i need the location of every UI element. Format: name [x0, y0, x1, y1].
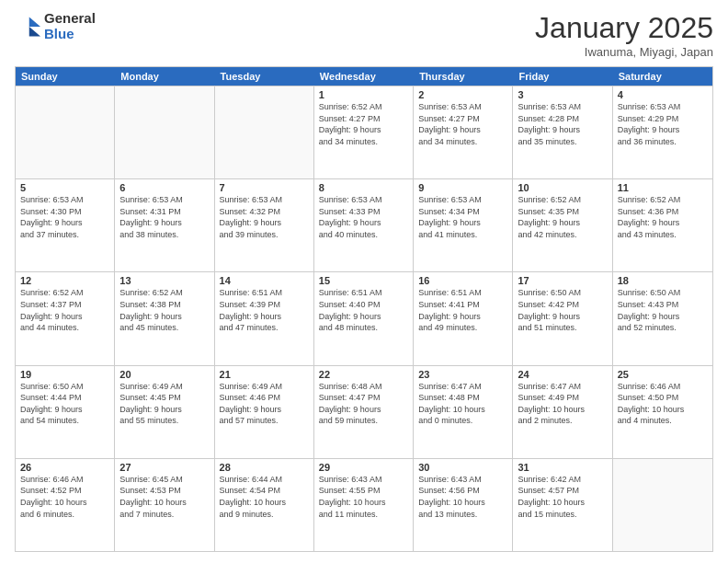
day-number: 26: [20, 462, 109, 473]
day-info: Sunrise: 6:51 AM Sunset: 4:41 PM Dayligh…: [418, 287, 507, 333]
day-number: 9: [418, 182, 507, 193]
calendar-body: 1Sunrise: 6:52 AM Sunset: 4:27 PM Daylig…: [16, 86, 712, 551]
svg-marker-0: [29, 17, 40, 27]
day-info: Sunrise: 6:46 AM Sunset: 4:50 PM Dayligh…: [618, 381, 708, 427]
header: General Blue January 2025 Iwanuma, Miyag…: [15, 11, 713, 59]
day-number: 16: [418, 275, 507, 286]
day-info: Sunrise: 6:53 AM Sunset: 4:27 PM Dayligh…: [418, 101, 507, 147]
day-number: 21: [220, 369, 309, 380]
day-info: Sunrise: 6:43 AM Sunset: 4:55 PM Dayligh…: [319, 474, 408, 520]
logo-general: General: [44, 11, 96, 27]
day-number: 18: [618, 275, 708, 286]
calendar-cell: 19Sunrise: 6:50 AM Sunset: 4:44 PM Dayli…: [16, 366, 115, 458]
day-info: Sunrise: 6:43 AM Sunset: 4:56 PM Dayligh…: [418, 474, 507, 520]
day-number: 13: [119, 275, 209, 286]
calendar-cell: 17Sunrise: 6:50 AM Sunset: 4:42 PM Dayli…: [513, 272, 612, 364]
day-info: Sunrise: 6:50 AM Sunset: 4:43 PM Dayligh…: [618, 287, 708, 333]
calendar-cell: 8Sunrise: 6:53 AM Sunset: 4:33 PM Daylig…: [314, 179, 414, 271]
day-info: Sunrise: 6:50 AM Sunset: 4:44 PM Dayligh…: [20, 381, 109, 427]
calendar-cell: 21Sunrise: 6:49 AM Sunset: 4:46 PM Dayli…: [215, 366, 314, 458]
calendar-cell: 14Sunrise: 6:51 AM Sunset: 4:39 PM Dayli…: [215, 272, 314, 364]
day-number: 23: [418, 369, 507, 380]
calendar-cell: 4Sunrise: 6:53 AM Sunset: 4:29 PM Daylig…: [613, 86, 712, 178]
calendar-cell: 24Sunrise: 6:47 AM Sunset: 4:49 PM Dayli…: [513, 366, 612, 458]
calendar-cell: 15Sunrise: 6:51 AM Sunset: 4:40 PM Dayli…: [314, 272, 414, 364]
day-number: 12: [20, 275, 109, 286]
calendar-cell: 12Sunrise: 6:52 AM Sunset: 4:37 PM Dayli…: [16, 272, 115, 364]
day-info: Sunrise: 6:53 AM Sunset: 4:34 PM Dayligh…: [418, 194, 507, 240]
calendar-cell: 2Sunrise: 6:53 AM Sunset: 4:27 PM Daylig…: [414, 86, 513, 178]
day-info: Sunrise: 6:48 AM Sunset: 4:47 PM Dayligh…: [319, 381, 408, 427]
day-number: 5: [20, 182, 109, 193]
day-info: Sunrise: 6:53 AM Sunset: 4:33 PM Dayligh…: [319, 194, 408, 240]
calendar-cell: 5Sunrise: 6:53 AM Sunset: 4:30 PM Daylig…: [16, 179, 115, 271]
day-number: 20: [119, 369, 209, 380]
calendar-row-0: 1Sunrise: 6:52 AM Sunset: 4:27 PM Daylig…: [16, 86, 712, 178]
title-block: January 2025 Iwanuma, Miyagi, Japan: [535, 11, 713, 59]
calendar-cell: 7Sunrise: 6:53 AM Sunset: 4:32 PM Daylig…: [215, 179, 314, 271]
calendar-cell: 25Sunrise: 6:46 AM Sunset: 4:50 PM Dayli…: [613, 366, 712, 458]
calendar: SundayMondayTuesdayWednesdayThursdayFrid…: [15, 66, 713, 552]
calendar-cell: 1Sunrise: 6:52 AM Sunset: 4:27 PM Daylig…: [314, 86, 414, 178]
day-info: Sunrise: 6:52 AM Sunset: 4:38 PM Dayligh…: [119, 287, 209, 333]
day-number: 30: [418, 462, 507, 473]
day-info: Sunrise: 6:53 AM Sunset: 4:31 PM Dayligh…: [119, 194, 209, 240]
day-info: Sunrise: 6:51 AM Sunset: 4:40 PM Dayligh…: [319, 287, 408, 333]
calendar-header: SundayMondayTuesdayWednesdayThursdayFrid…: [16, 67, 712, 86]
day-number: 6: [119, 182, 209, 193]
day-info: Sunrise: 6:42 AM Sunset: 4:57 PM Dayligh…: [518, 474, 607, 520]
calendar-cell: [215, 86, 314, 178]
day-info: Sunrise: 6:53 AM Sunset: 4:28 PM Dayligh…: [518, 101, 607, 147]
calendar-cell: 16Sunrise: 6:51 AM Sunset: 4:41 PM Dayli…: [414, 272, 513, 364]
day-number: 22: [319, 369, 408, 380]
day-number: 11: [618, 182, 708, 193]
day-number: 3: [518, 89, 607, 100]
header-day-thursday: Thursday: [414, 67, 513, 86]
day-number: 4: [618, 89, 708, 100]
calendar-row-1: 5Sunrise: 6:53 AM Sunset: 4:30 PM Daylig…: [16, 178, 712, 271]
calendar-cell: 27Sunrise: 6:45 AM Sunset: 4:53 PM Dayli…: [115, 459, 214, 551]
calendar-row-2: 12Sunrise: 6:52 AM Sunset: 4:37 PM Dayli…: [16, 271, 712, 364]
day-number: 15: [319, 275, 408, 286]
day-info: Sunrise: 6:47 AM Sunset: 4:49 PM Dayligh…: [518, 381, 607, 427]
day-info: Sunrise: 6:53 AM Sunset: 4:30 PM Dayligh…: [20, 194, 109, 240]
calendar-cell: 26Sunrise: 6:46 AM Sunset: 4:52 PM Dayli…: [16, 459, 115, 551]
calendar-cell: 3Sunrise: 6:53 AM Sunset: 4:28 PM Daylig…: [513, 86, 612, 178]
day-number: 27: [119, 462, 209, 473]
page: General Blue January 2025 Iwanuma, Miyag…: [0, 0, 728, 563]
logo-blue: Blue: [44, 27, 96, 42]
calendar-cell: 23Sunrise: 6:47 AM Sunset: 4:48 PM Dayli…: [414, 366, 513, 458]
day-info: Sunrise: 6:53 AM Sunset: 4:32 PM Dayligh…: [220, 194, 309, 240]
calendar-cell: 18Sunrise: 6:50 AM Sunset: 4:43 PM Dayli…: [613, 272, 712, 364]
day-number: 25: [618, 369, 708, 380]
day-info: Sunrise: 6:50 AM Sunset: 4:42 PM Dayligh…: [518, 287, 607, 333]
svg-marker-1: [29, 27, 40, 37]
calendar-cell: 22Sunrise: 6:48 AM Sunset: 4:47 PM Dayli…: [314, 366, 414, 458]
day-number: 17: [518, 275, 607, 286]
day-number: 28: [220, 462, 309, 473]
header-day-monday: Monday: [115, 67, 214, 86]
day-number: 1: [319, 89, 408, 100]
calendar-cell: 28Sunrise: 6:44 AM Sunset: 4:54 PM Dayli…: [215, 459, 314, 551]
day-info: Sunrise: 6:49 AM Sunset: 4:45 PM Dayligh…: [119, 381, 209, 427]
day-info: Sunrise: 6:47 AM Sunset: 4:48 PM Dayligh…: [418, 381, 507, 427]
calendar-cell: [16, 86, 115, 178]
calendar-cell: 11Sunrise: 6:52 AM Sunset: 4:36 PM Dayli…: [613, 179, 712, 271]
calendar-row-4: 26Sunrise: 6:46 AM Sunset: 4:52 PM Dayli…: [16, 458, 712, 551]
day-number: 2: [418, 89, 507, 100]
header-day-tuesday: Tuesday: [215, 67, 314, 86]
day-info: Sunrise: 6:44 AM Sunset: 4:54 PM Dayligh…: [220, 474, 309, 520]
title-month: January 2025: [535, 11, 713, 45]
header-day-wednesday: Wednesday: [314, 67, 414, 86]
logo-text: General Blue: [44, 11, 96, 41]
logo-icon: [15, 14, 40, 40]
title-location: Iwanuma, Miyagi, Japan: [535, 45, 713, 59]
calendar-cell: 31Sunrise: 6:42 AM Sunset: 4:57 PM Dayli…: [513, 459, 612, 551]
calendar-cell: 29Sunrise: 6:43 AM Sunset: 4:55 PM Dayli…: [314, 459, 414, 551]
day-info: Sunrise: 6:52 AM Sunset: 4:35 PM Dayligh…: [518, 194, 607, 240]
day-info: Sunrise: 6:46 AM Sunset: 4:52 PM Dayligh…: [20, 474, 109, 520]
header-day-friday: Friday: [513, 67, 612, 86]
day-info: Sunrise: 6:51 AM Sunset: 4:39 PM Dayligh…: [220, 287, 309, 333]
calendar-cell: 9Sunrise: 6:53 AM Sunset: 4:34 PM Daylig…: [414, 179, 513, 271]
calendar-cell: 6Sunrise: 6:53 AM Sunset: 4:31 PM Daylig…: [115, 179, 214, 271]
